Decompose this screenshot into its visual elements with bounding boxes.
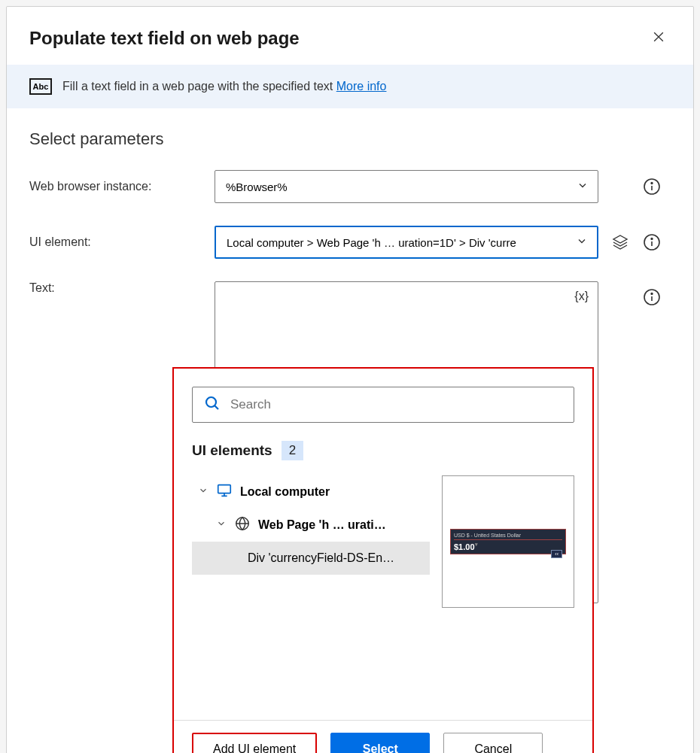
search-icon [203,394,221,415]
text-label: Text: [29,281,202,295]
globe-icon [234,515,251,535]
abc-icon: Abc [29,78,52,95]
add-ui-element-button[interactable]: Add UI element [192,733,317,753]
ui-element-label: UI element: [29,235,202,249]
svg-point-6 [206,397,216,407]
tree-leaf[interactable]: Div 'currencyField-DS-En… [192,542,430,575]
search-input[interactable] [230,397,563,412]
info-icon[interactable] [642,177,662,196]
chevron-down-icon [216,518,227,532]
dialog-header: Populate text field on web page [7,7,693,65]
more-info-link[interactable]: More info [336,80,387,93]
ui-element-select[interactable]: Local computer > Web Page 'h … uration=1… [215,226,598,259]
tree-root[interactable]: Local computer [192,475,430,509]
info-icon[interactable] [642,287,662,307]
dialog-body: Select parameters Web browser instance: … [7,108,693,753]
select-button[interactable]: Select [330,733,430,753]
close-icon [651,35,666,47]
ui-element-tree: Local computer Web Page 'h … uration… Di… [192,475,430,608]
layers-icon[interactable] [610,232,630,252]
chevron-down-icon [577,180,589,194]
param-row-browser: Web browser instance: %Browser% [29,170,671,203]
ui-elements-heading: UI elements 2 [192,441,574,460]
fx-variable-icon[interactable]: {x} [574,290,589,303]
count-badge: 2 [282,441,303,460]
svg-point-3 [651,238,653,240]
info-bar: Abc Fill a text field in a web page with… [7,65,693,108]
svg-point-5 [651,293,653,295]
popup-cancel-button[interactable]: Cancel [443,733,543,753]
preview-image: USD $ - United States Dollar $1.00▾ ‹‹ [450,529,566,555]
info-icon[interactable] [642,232,662,252]
ui-element-picker-popup: UI elements 2 Local computer Web P [172,367,594,753]
svg-point-1 [651,183,653,184]
element-preview: USD $ - United States Dollar $1.00▾ ‹‹ [442,475,574,608]
dialog: Populate text field on web page Abc Fill… [6,6,694,753]
search-box[interactable] [192,387,574,423]
popup-footer: Add UI element Select Cancel [174,720,592,753]
tree-child[interactable]: Web Page 'h … uration… [192,509,430,542]
chevron-down-icon [576,235,588,250]
close-button[interactable] [647,25,671,51]
section-title: Select parameters [29,129,671,149]
dialog-title: Populate text field on web page [29,28,300,49]
browser-select[interactable]: %Browser% [215,170,598,203]
param-row-ui-element: UI element: Local computer > Web Page 'h… [29,226,671,259]
chevron-down-icon [198,485,208,499]
info-text: Fill a text field in a web page with the… [62,80,386,93]
svg-rect-7 [218,485,231,493]
browser-label: Web browser instance: [29,180,202,193]
computer-icon [216,482,233,502]
